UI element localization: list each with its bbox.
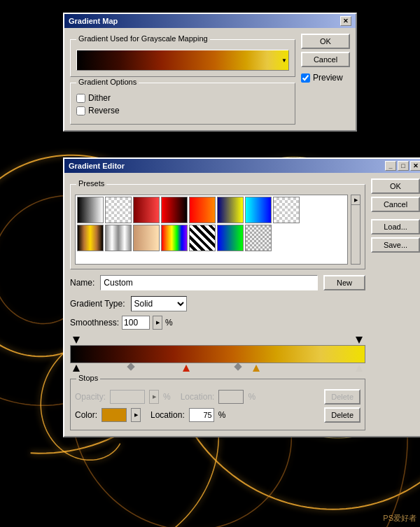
- color-stop-row: Color: ▶ Location: % Delete: [75, 407, 360, 423]
- name-input[interactable]: [100, 275, 318, 290]
- ge-cancel-button[interactable]: Cancel: [371, 197, 420, 212]
- diamond-mid-1[interactable]: [128, 364, 134, 370]
- ge-ok-button[interactable]: OK: [371, 178, 420, 194]
- gradient-type-select[interactable]: Solid Noise: [131, 296, 187, 311]
- ge-load-button[interactable]: Load...: [371, 219, 420, 234]
- top-markers: [73, 335, 363, 345]
- color-arrow-btn[interactable]: ▶: [131, 408, 141, 422]
- scroll-track: [351, 205, 360, 264]
- preset-red[interactable]: [161, 197, 188, 223]
- opacity-label: Opacity:: [75, 392, 106, 402]
- gradient-options-group: Gradient Options Dither Reverse: [70, 83, 295, 125]
- opacity-location-unit: %: [248, 392, 255, 402]
- preset-blue-green[interactable]: [217, 225, 244, 251]
- color-swatch[interactable]: [102, 408, 127, 422]
- preview-label: Preview: [313, 73, 343, 83]
- gradient-editor-content: Presets: [64, 173, 420, 436]
- color-location-label: Location:: [150, 410, 185, 420]
- color-stop-white[interactable]: [356, 365, 363, 372]
- presets-grid[interactable]: [75, 195, 348, 265]
- presets-scroll: ▶: [351, 195, 360, 265]
- color-stop-black[interactable]: [73, 365, 80, 372]
- gm-cancel-button[interactable]: Cancel: [301, 52, 350, 67]
- ge-save-button[interactable]: Save...: [371, 237, 420, 253]
- opacity-unit: %: [163, 392, 171, 402]
- stops-group: Stops Opacity: ▶ % Location: % Delete: [70, 379, 365, 430]
- ge-side-buttons: OK Cancel Load... Save...: [371, 178, 420, 430]
- opacity-location-input: [218, 390, 244, 404]
- maximize-button[interactable]: □: [398, 161, 409, 171]
- opacity-spin-btn: ▶: [149, 390, 159, 404]
- gradient-main-bar[interactable]: [70, 345, 365, 363]
- title-bar-buttons: ✕: [340, 16, 351, 26]
- preset-rainbow[interactable]: [161, 225, 188, 251]
- gradient-editor-title-bar[interactable]: Gradient Editor _ □ ✕: [64, 159, 420, 173]
- preset-dark-red[interactable]: [133, 197, 160, 223]
- color-delete-button[interactable]: Delete: [324, 407, 360, 423]
- reverse-checkbox[interactable]: [76, 106, 85, 115]
- stops-label: Stops: [76, 374, 100, 382]
- color-stop-red[interactable]: [183, 365, 190, 372]
- gradient-editor-title: Gradient Editor: [69, 162, 125, 170]
- minimize-button[interactable]: _: [385, 161, 396, 171]
- gradient-map-preview-bar[interactable]: [76, 50, 289, 71]
- dither-label: Dither: [88, 93, 111, 103]
- gradient-type-row: Gradient Type: Solid Noise: [70, 296, 365, 311]
- smoothness-row: Smoothness: 100 ▶ %: [70, 316, 365, 330]
- preset-yellow[interactable]: [217, 197, 244, 223]
- reverse-row: Reverse: [76, 106, 289, 115]
- preset-chrome[interactable]: [105, 225, 132, 251]
- presets-label: Presets: [76, 179, 106, 188]
- gradient-map-content: Gradient Used for Grayscale Mapping Grad…: [64, 28, 356, 130]
- preset-transparent[interactable]: [105, 197, 132, 223]
- smoothness-unit: %: [165, 318, 173, 328]
- preset-bw[interactable]: [77, 197, 104, 223]
- preset-cyan[interactable]: [245, 197, 272, 223]
- color-location-input[interactable]: [189, 408, 214, 422]
- smoothness-spin-up[interactable]: ▶: [153, 316, 162, 330]
- color-location-unit: %: [218, 410, 226, 420]
- preset-skin[interactable]: [133, 225, 160, 251]
- watermark: PS爱好者: [383, 513, 416, 524]
- gradient-editor-dialog: Gradient Editor _ □ ✕ Presets: [63, 157, 420, 437]
- presets-group: Presets: [70, 184, 365, 269]
- gradient-map-dialog: Gradient Map ✕ Gradient Used for Graysca…: [63, 13, 357, 132]
- gradient-used-label: Gradient Used for Grayscale Mapping: [76, 34, 210, 43]
- opacity-delete-button: Delete: [324, 389, 360, 405]
- color-stop-gold[interactable]: [253, 365, 260, 372]
- preset-copper[interactable]: [77, 225, 104, 251]
- diamond-mid-2[interactable]: [235, 364, 241, 370]
- gradient-options-label: Gradient Options: [76, 78, 139, 86]
- gm-ok-button[interactable]: OK: [301, 34, 350, 49]
- gradient-map-main-row: Gradient Used for Grayscale Mapping Grad…: [70, 34, 350, 125]
- opacity-stop-left[interactable]: [73, 337, 80, 344]
- close-button[interactable]: ✕: [340, 16, 351, 26]
- presets-row-2: [77, 225, 346, 251]
- name-label: Name:: [70, 278, 94, 288]
- preview-row: Preview: [301, 73, 350, 83]
- scroll-up-btn[interactable]: ▶: [351, 195, 360, 205]
- preset-checker[interactable]: [273, 197, 300, 223]
- preset-diagonal[interactable]: [189, 225, 216, 251]
- ge-title-buttons: _ □ ✕: [385, 161, 420, 171]
- reverse-label: Reverse: [88, 106, 120, 115]
- gradient-map-title: Gradient Map: [69, 17, 118, 25]
- dither-checkbox[interactable]: [76, 94, 85, 103]
- new-button[interactable]: New: [323, 275, 365, 290]
- presets-row-1: [77, 197, 346, 223]
- gradient-used-group: Gradient Used for Grayscale Mapping: [70, 39, 295, 77]
- ge-main-row: Presets: [70, 178, 420, 430]
- preset-checker2[interactable]: [245, 225, 272, 251]
- gradient-map-left: Gradient Used for Grayscale Mapping Grad…: [70, 34, 295, 125]
- preset-red-orange[interactable]: [189, 197, 216, 223]
- smoothness-label: Smoothness:: [70, 318, 119, 328]
- preview-checkbox[interactable]: [301, 73, 310, 83]
- smoothness-value: 100: [122, 316, 150, 330]
- opacity-stop-right[interactable]: [356, 337, 363, 344]
- ge-close-button[interactable]: ✕: [410, 161, 420, 171]
- dither-row: Dither: [76, 93, 289, 103]
- gradient-type-label: Gradient Type:: [70, 299, 125, 309]
- presets-area: ▶: [75, 195, 360, 265]
- gradient-map-title-bar[interactable]: Gradient Map ✕: [64, 14, 356, 28]
- gradient-map-side-buttons: OK Cancel Preview: [301, 34, 350, 125]
